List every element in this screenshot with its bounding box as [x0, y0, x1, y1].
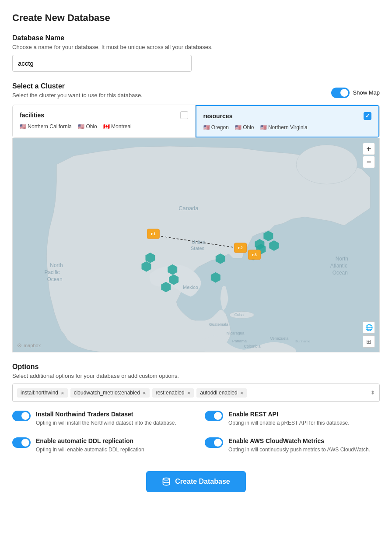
svg-text:n1: n1: [151, 232, 155, 236]
svg-text:Venezuela: Venezuela: [270, 336, 288, 341]
database-name-description: Choose a name for your database. It must…: [12, 44, 380, 50]
svg-text:Suriname: Suriname: [295, 339, 311, 343]
svg-text:n3: n3: [252, 253, 256, 257]
option-rest-desc: Opting in will enable a pREST API for th…: [228, 419, 350, 427]
svg-text:States: States: [191, 246, 205, 251]
option-ddl-title: Enable automatic DDL replication: [36, 437, 146, 444]
map-node-n1: n1: [147, 229, 159, 239]
option-rest-title: Enable REST API: [228, 411, 350, 418]
cluster-card-facilities[interactable]: facilities 🇺🇸 Northern California 🇺🇸 Ohi…: [13, 105, 196, 137]
tag-close-northwind[interactable]: ×: [61, 390, 64, 396]
tag-northwind: install:northwind ×: [17, 388, 68, 398]
cluster-loc-oregon: 🇺🇸 Oregon: [203, 124, 229, 130]
toggle-cloudwatch[interactable]: [205, 437, 223, 448]
map-svg: North Pacific Ocean North Atlantic Ocean…: [13, 138, 379, 352]
database-name-input[interactable]: [12, 55, 192, 72]
option-ddl-desc: Opting in will enable automatic DDL repl…: [36, 446, 146, 454]
map-zoom-out-button[interactable]: −: [363, 156, 375, 168]
option-cloudwatch-title: Enable AWS CloudWatch Metrics: [228, 437, 370, 444]
cluster-loc-n-california: 🇺🇸 Northern California: [20, 123, 72, 130]
option-ddl: Enable automatic DDL replication Opting …: [12, 437, 187, 454]
cluster-checkbox-resources[interactable]: [364, 112, 371, 120]
svg-text:Cuba: Cuba: [234, 313, 244, 317]
database-name-section: Database Name Choose a name for your dat…: [12, 34, 380, 72]
tag-close-autoddl[interactable]: ×: [240, 390, 244, 396]
create-btn-container: Create Database: [12, 471, 380, 492]
cluster-header: Select a Cluster Select the cluster you …: [12, 82, 380, 103]
cluster-locations-facilities: 🇺🇸 Northern California 🇺🇸 Ohio 🇨🇦 Montre…: [20, 123, 188, 130]
show-map-toggle[interactable]: [331, 88, 350, 98]
cluster-loc-ohio-1: 🇺🇸 Ohio: [78, 123, 97, 130]
toggle-ddl[interactable]: [12, 437, 31, 448]
map-node-n2: n2: [234, 243, 247, 253]
svg-text:n2: n2: [238, 246, 242, 250]
page-title: Create New Database: [12, 12, 380, 24]
cluster-name-facilities: facilities: [20, 112, 44, 119]
cluster-loc-n-virginia: 🇺🇸 Northern Virginia: [260, 124, 308, 130]
options-label: Options: [12, 363, 380, 371]
database-icon: [162, 477, 171, 486]
cluster-name-resources: resources: [203, 113, 233, 120]
svg-text:Panama: Panama: [232, 339, 247, 343]
cluster-card-resources[interactable]: resources 🇺🇸 Oregon 🇺🇸 Ohio 🇺🇸 Northern …: [196, 105, 380, 137]
option-cloudwatch: Enable AWS CloudWatch Metrics Opting in …: [205, 437, 380, 454]
show-map-label: Show Map: [353, 89, 380, 96]
cluster-cards: facilities 🇺🇸 Northern California 🇺🇸 Ohi…: [12, 105, 380, 138]
svg-text:United: United: [192, 239, 206, 245]
show-map-toggle-row: Show Map: [331, 88, 380, 98]
option-rest: Enable REST API Opting in will enable a …: [205, 411, 380, 427]
option-cloudwatch-desc: Opting in will continuously push metrics…: [228, 446, 370, 454]
options-description: Select additional options for your datab…: [12, 373, 380, 379]
tag-autoddl: autoddl:enabled ×: [196, 388, 247, 398]
svg-text:Colombia: Colombia: [244, 344, 261, 348]
svg-text:Nicaragua: Nicaragua: [227, 331, 245, 335]
cluster-loc-montreal: 🇨🇦 Montreal: [103, 123, 132, 130]
svg-point-39: [163, 478, 170, 480]
option-northwind: Install Northwind Traders Dataset Opting…: [12, 411, 187, 427]
cluster-section: Select a Cluster Select the cluster you …: [12, 82, 380, 352]
tag-rest: rest:enabled ×: [152, 388, 194, 398]
create-database-button[interactable]: Create Database: [146, 471, 245, 492]
svg-text:Guatemala: Guatemala: [209, 322, 228, 327]
map-bottom-controls: 🌐 ⊞: [363, 321, 375, 348]
map-zoom-controls: + −: [363, 143, 375, 168]
svg-text:North: North: [336, 256, 348, 262]
tag-close-cloudwatch[interactable]: ×: [143, 390, 146, 396]
options-section: Options Select additional options for yo…: [12, 363, 380, 492]
toggle-northwind[interactable]: [12, 411, 31, 421]
options-tags-input[interactable]: install:northwind × cloudwatch_metrics:e…: [12, 384, 380, 402]
database-name-label: Database Name: [12, 34, 380, 42]
svg-text:Ocean: Ocean: [332, 270, 348, 276]
svg-point-2: [296, 145, 357, 184]
map-globe-button[interactable]: 🌐: [363, 321, 375, 334]
cluster-loc-ohio-2: 🇺🇸 Ohio: [235, 124, 254, 130]
map-layers-button[interactable]: ⊞: [363, 335, 375, 348]
option-northwind-desc: Opting in will install the Northwind dat…: [36, 419, 176, 427]
svg-text:Atlantic: Atlantic: [330, 263, 347, 269]
mapbox-logo: ⊙ mapbox: [17, 342, 41, 348]
tag-cloudwatch: cloudwatch_metrics:enabled ×: [70, 388, 150, 398]
svg-text:Pacific: Pacific: [44, 269, 60, 275]
create-database-label: Create Database: [175, 478, 230, 486]
tags-dropdown-arrow[interactable]: ⬍: [371, 390, 375, 396]
cluster-description: Select the cluster you want to use for t…: [12, 92, 143, 99]
svg-text:Canada: Canada: [178, 205, 199, 211]
toggle-rest[interactable]: [205, 411, 223, 421]
cluster-label: Select a Cluster: [12, 82, 143, 90]
cluster-locations-resources: 🇺🇸 Oregon 🇺🇸 Ohio 🇺🇸 Northern Virginia: [203, 124, 372, 130]
tag-close-rest[interactable]: ×: [187, 390, 191, 396]
map-node-n3: n3: [248, 250, 261, 260]
svg-text:Ocean: Ocean: [47, 276, 62, 282]
cluster-checkbox-facilities[interactable]: [180, 111, 188, 119]
map-zoom-in-button[interactable]: +: [363, 143, 375, 155]
cluster-map: North Pacific Ocean North Atlantic Ocean…: [12, 138, 380, 352]
options-grid: Install Northwind Traders Dataset Opting…: [12, 411, 380, 454]
svg-text:Mexico: Mexico: [183, 285, 198, 290]
svg-text:North: North: [50, 262, 63, 268]
option-northwind-title: Install Northwind Traders Dataset: [36, 411, 176, 418]
